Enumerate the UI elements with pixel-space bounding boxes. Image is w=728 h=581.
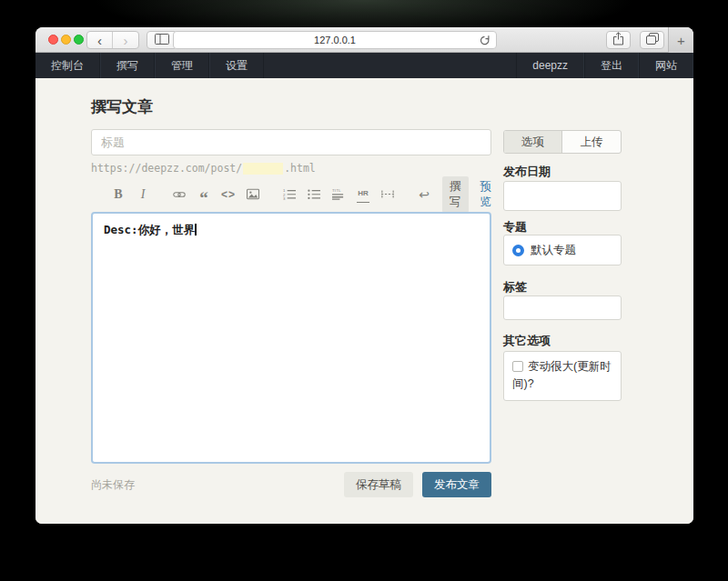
- navbar-spacer: [264, 53, 516, 78]
- publish-button[interactable]: 发布文章: [422, 472, 491, 497]
- ordered-list-icon[interactable]: 123: [283, 186, 296, 203]
- tags-label: 标签: [503, 280, 622, 294]
- permalink-suffix: .html: [284, 162, 316, 175]
- tabs-icon: [646, 32, 659, 48]
- reload-icon[interactable]: [479, 35, 490, 48]
- tab-upload[interactable]: 上传: [562, 131, 621, 153]
- major-change-label: 变动很大(更新时间)?: [512, 360, 612, 390]
- nav-item-username[interactable]: deepzz: [516, 53, 584, 78]
- editor-mode-tabs: 撰写 预览: [442, 176, 491, 213]
- sidebar-icon: [155, 32, 169, 48]
- undo-icon[interactable]: ↩: [418, 186, 430, 203]
- tab-preview[interactable]: 预览: [480, 179, 492, 210]
- browser-window: ‹ › 127.0.0.1 + 控制台: [35, 27, 693, 524]
- heading-icon[interactable]: TITL: [332, 186, 345, 203]
- app-navbar: 控制台 撰写 管理 设置 deepzz 登出 网站: [35, 53, 693, 78]
- topic-option-default[interactable]: 默认专题: [503, 235, 622, 265]
- address-bar[interactable]: 127.0.0.1: [173, 31, 497, 49]
- image-icon[interactable]: [247, 186, 259, 203]
- publish-date-label: 发布日期: [503, 165, 622, 178]
- svg-text:TITL: TITL: [332, 188, 341, 193]
- post-content-editor[interactable]: Desc:你好，世界: [91, 212, 491, 464]
- code-button[interactable]: <>: [222, 186, 235, 203]
- bold-button[interactable]: B: [112, 186, 125, 203]
- page-break-icon[interactable]: [381, 186, 394, 203]
- nav-item-logout[interactable]: 登出: [584, 53, 639, 78]
- nav-item-manage[interactable]: 管理: [155, 53, 209, 78]
- permalink-prefix: https://deepzz.com/post/: [91, 162, 242, 175]
- publish-date-input[interactable]: [503, 181, 622, 211]
- svg-text:3: 3: [283, 196, 286, 200]
- link-icon[interactable]: [173, 186, 186, 203]
- options-sidebar: 选项 上传 发布日期 专题 默认专题 标签 其它选项 变动很大(更新时间)?: [503, 130, 622, 401]
- editor-toolbar: B I “ <> 123 TITL HR: [91, 182, 491, 206]
- share-icon: [612, 32, 624, 49]
- major-change-option[interactable]: 变动很大(更新时间)?: [503, 351, 622, 401]
- close-window-button[interactable]: [48, 35, 58, 45]
- forward-button[interactable]: ›: [113, 32, 138, 48]
- page-title: 撰写文章: [91, 96, 153, 117]
- unordered-list-icon[interactable]: [308, 186, 320, 203]
- permalink-slug-highlight: [243, 163, 283, 175]
- plus-icon: +: [677, 33, 685, 48]
- history-nav: ‹ ›: [86, 31, 139, 49]
- save-draft-button[interactable]: 保存草稿: [344, 472, 413, 497]
- window-controls: [48, 35, 84, 45]
- blockquote-button[interactable]: “: [197, 186, 210, 203]
- save-status: 尚未保存: [91, 477, 135, 493]
- tab-write[interactable]: 撰写: [442, 176, 469, 213]
- checkbox-unchecked-icon[interactable]: [512, 361, 523, 372]
- share-button[interactable]: [606, 31, 631, 49]
- text-caret: [195, 224, 197, 235]
- other-options-label: 其它选项: [503, 334, 622, 347]
- permalink-preview: https://deepzz.com/post/ .html: [91, 162, 316, 175]
- radio-selected-icon[interactable]: [512, 245, 524, 256]
- italic-button[interactable]: I: [136, 186, 149, 203]
- zoom-window-button[interactable]: [74, 35, 84, 45]
- editor-text: Desc:你好，世界: [104, 223, 195, 236]
- back-button[interactable]: ‹: [87, 32, 113, 48]
- nav-item-write[interactable]: 撰写: [100, 53, 155, 78]
- topic-label: 专题: [503, 220, 622, 234]
- nav-item-site[interactable]: 网站: [639, 53, 693, 78]
- tab-overview-button[interactable]: [640, 31, 664, 49]
- horizontal-rule-button[interactable]: HR: [357, 186, 369, 203]
- tab-options[interactable]: 选项: [504, 131, 562, 153]
- browser-toolbar: ‹ › 127.0.0.1 +: [35, 27, 693, 53]
- topic-option-label: 默认专题: [531, 243, 576, 258]
- editor-footer: 尚未保存 保存草稿 发布文章: [91, 472, 491, 497]
- minimize-window-button[interactable]: [61, 35, 71, 45]
- navbar-right: deepzz 登出 网站: [516, 53, 693, 78]
- nav-item-dashboard[interactable]: 控制台: [35, 53, 100, 78]
- url-text: 127.0.0.1: [314, 35, 356, 45]
- page-content: 撰写文章 https://deepzz.com/post/ .html B I …: [35, 78, 693, 524]
- sidebar-tabs: 选项 上传: [503, 130, 622, 154]
- new-tab-button[interactable]: +: [668, 27, 693, 53]
- nav-item-settings[interactable]: 设置: [209, 53, 264, 78]
- post-title-input[interactable]: [91, 129, 491, 155]
- tags-input[interactable]: [503, 296, 622, 320]
